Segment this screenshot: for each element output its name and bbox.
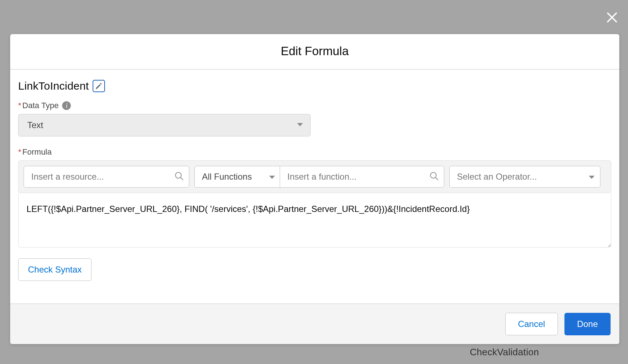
formula-toolbar: All Functions Select an Operator... (18, 160, 611, 193)
function-input[interactable] (280, 166, 444, 187)
resource-input[interactable] (24, 166, 189, 187)
data-type-value: Text (27, 120, 43, 130)
resource-lookup[interactable] (24, 166, 189, 188)
chevron-down-icon (269, 172, 275, 182)
modal-body: LinkToIncident *Data Type i Text *Formul… (10, 70, 619, 303)
modal-footer: Cancel Done (10, 303, 619, 344)
modal-title: Edit Formula (281, 44, 349, 58)
info-icon[interactable]: i (62, 101, 71, 110)
svg-line-5 (435, 177, 438, 180)
modal-header: Edit Formula (10, 34, 619, 70)
formula-name: LinkToIncident (18, 80, 89, 92)
cancel-button[interactable]: Cancel (505, 313, 558, 335)
check-syntax-button[interactable]: Check Syntax (18, 258, 92, 281)
svg-point-4 (430, 172, 436, 178)
operator-select[interactable]: Select an Operator... (449, 166, 600, 188)
pencil-icon (95, 82, 102, 90)
function-category-value: All Functions (202, 172, 252, 182)
close-icon (606, 11, 618, 24)
chevron-down-icon (588, 172, 595, 182)
data-type-label: *Data Type (18, 101, 58, 110)
search-icon (429, 171, 439, 182)
formula-label: *Formula (18, 147, 52, 157)
operator-placeholder: Select an Operator... (457, 172, 537, 182)
edit-formula-modal: Edit Formula LinkToIncident *Data Type i… (10, 34, 619, 344)
background-text: CheckValidation (470, 347, 539, 358)
done-button[interactable]: Done (564, 313, 611, 335)
edit-name-button[interactable] (93, 80, 105, 92)
function-lookup[interactable] (280, 166, 444, 187)
close-button[interactable] (604, 9, 620, 25)
data-type-select[interactable]: Text (18, 114, 311, 136)
formula-textarea[interactable] (18, 193, 611, 248)
function-group: All Functions (194, 166, 444, 188)
function-category-select[interactable]: All Functions (195, 166, 280, 187)
